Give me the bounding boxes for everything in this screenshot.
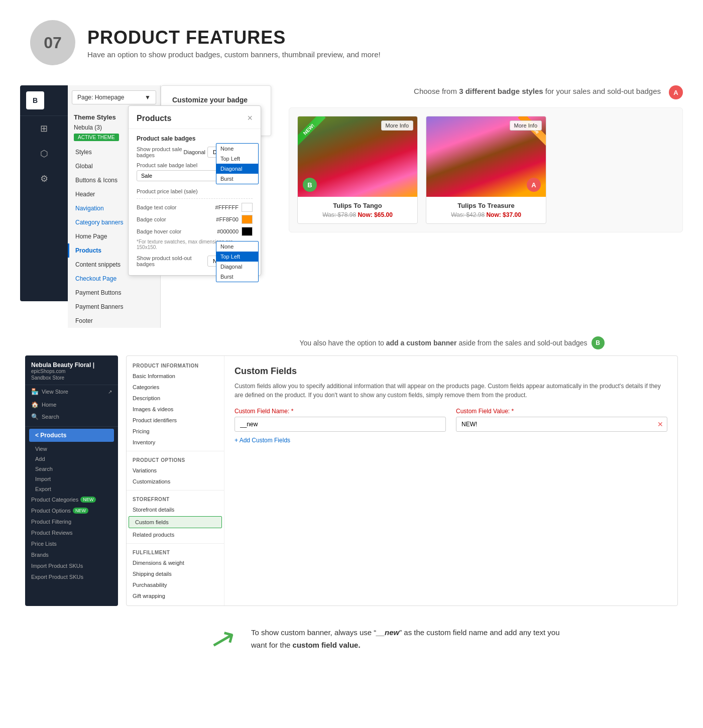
sub-item-export[interactable]: Export [25,484,118,494]
sold-out-label: Show product sold-out badges [137,255,207,267]
clear-icon[interactable]: ✕ [657,420,663,428]
sub-item-search[interactable]: Search [25,464,118,474]
add-custom-fields-link[interactable]: + Add Custom Fields [235,437,667,444]
info-purchasability[interactable]: Purchasability [127,579,224,590]
info-related-products[interactable]: Related products [127,529,224,540]
info-images-videos[interactable]: Images & videos [127,404,224,415]
sidebar-icon-grid[interactable]: ⊞ [20,116,68,141]
flower-name-1: Tulips To Tango [303,202,412,209]
view-store-button[interactable]: 🏪 View Store ↗ [25,385,118,398]
badge-color-swatch[interactable] [242,215,253,224]
badge-text-color-swatch[interactable] [242,203,253,212]
nav-import-skus[interactable]: Import Product SKUs [25,560,118,571]
search-area: 🔍 Search [25,411,118,427]
custom-field-value-input[interactable] [456,417,667,432]
admin-sidebar: B ⊞ ⬡ ⚙ [20,85,68,301]
info-variations[interactable]: Variations [127,465,224,476]
nav-item-footer[interactable]: Footer [68,314,160,328]
badge-hover-color-swatch[interactable] [242,227,253,236]
epic-admin-sidebar: Nebula Beauty Floral | epicShops.com San… [25,355,118,606]
page-selector-chevron: ▼ [145,94,151,101]
was-price-2: Was: $42.98 [451,211,485,218]
badge-color-row: Badge color #FF8F00 [137,215,253,224]
explanation-section: ↗ To show custom banner, always use “__n… [20,611,683,666]
section-title-storefront: STOREFRONT [127,494,224,504]
custom-field-name-field: Custom Field Name: * [235,408,446,432]
dropdown-burst-top[interactable]: Burst [216,174,258,184]
info-pricing[interactable]: Pricing [127,426,224,437]
sidebar-icon-layers[interactable]: ⬡ [20,141,68,166]
badge-style-dropdown-top: None Top Left Diagonal Burst [216,143,259,184]
home-button[interactable]: 🏠 Home [25,398,118,411]
badge-text-color-value: #FFFFFF [215,204,239,210]
product-info-panel: PRODUCT INFORMATION Basic Information Ca… [126,355,678,606]
dropdown-none-top[interactable]: None [216,144,258,154]
info-inventory[interactable]: Inventory [127,437,224,448]
dropdown-topleft-top[interactable]: Top Left [216,154,258,164]
now-price-2: Now: $37.00 [486,211,521,218]
nav-price-lists[interactable]: Price Lists [25,538,118,549]
products-nav-item[interactable]: < Products [29,429,114,442]
search-button[interactable]: 🔍 Search [31,413,112,420]
nav-item-payment-banners[interactable]: Payment Banners [68,300,160,314]
dropdown-diagonal-top[interactable]: Diagonal [216,164,258,174]
sub-item-view[interactable]: View [25,444,118,454]
product-info-sidebar: PRODUCT INFORMATION Basic Information Ca… [127,356,224,605]
sidebar-logo: B [20,85,68,116]
divider-1 [127,451,224,451]
sub-item-import[interactable]: Import [25,474,118,484]
epic-sandbox: Sandbox Store [31,375,112,381]
dropdown-none-bottom[interactable]: None [216,241,258,252]
custom-field-name-input[interactable] [235,417,446,432]
circle-b-badge-1: B [303,178,317,192]
main-content: B ⊞ ⬡ ⚙ Page: Homepage ▼ Theme Styles Ne… [0,80,703,671]
info-customizations[interactable]: Customizations [127,476,224,487]
sub-item-add[interactable]: Add [25,454,118,464]
section-title-product-options: PRODUCT OPTIONS [127,454,224,465]
price-label-label: Product price label (sale) [137,188,253,194]
nav-brands[interactable]: Brands [25,549,118,560]
custom-field-value-label: Custom Field Value: * [456,408,667,415]
info-dimensions-weight[interactable]: Dimensions & weight [127,557,224,568]
badge-text-color-label: Badge text color [137,204,177,210]
section-title-fulfillment: FULFILLMENT [127,547,224,557]
badge-color-value: #FF8F00 [216,216,239,222]
flower-image-1: NEW! More Info B [298,116,417,197]
nav-product-filtering[interactable]: Product Filtering [25,516,118,527]
dropdown-topleft-bottom[interactable]: Top Left [216,252,258,262]
show-badges-label: Show product sale badges [137,146,184,158]
was-price-1: Was: $78.98 [322,211,356,218]
now-price-1: Now: $65.00 [358,211,392,218]
dropdown-burst-bottom[interactable]: Burst [216,272,258,282]
flower-info-2: Tulips To Treasure Was: $42.98 Now: $37.… [426,197,546,223]
page-selector[interactable]: Page: Homepage ▼ [72,90,156,104]
page-subtitle: Have an option to show product badges, c… [87,50,381,59]
info-gift-wrapping[interactable]: Gift wrapping [127,590,224,601]
flower-card-2: Sale More Info A Tulips To Treasure Was:… [426,116,546,224]
active-theme-badge: ACTIVE THEME [74,134,119,141]
nav-export-skus[interactable]: Export Product SKUs [25,571,118,582]
more-info-button-2[interactable]: More Info [510,120,542,131]
info-basic-info[interactable]: Basic Information [127,371,224,382]
divider-2 [127,490,224,491]
badge-info-text: Choose from 3 different badge styles for… [414,85,661,97]
nav-product-categories[interactable]: Product Categories NEW [25,494,118,505]
info-description[interactable]: Description [127,393,224,404]
info-categories[interactable]: Categories [127,382,224,393]
more-info-button-1[interactable]: More Info [381,120,413,131]
header: 07 PRODUCT FEATURES Have an option to sh… [0,0,703,80]
dropdown-diagonal-bottom[interactable]: Diagonal [216,262,258,272]
nav-product-reviews[interactable]: Product Reviews [25,527,118,538]
badge-hover-color-row: Badge hover color #000000 [137,227,253,236]
nav-product-options[interactable]: Product Options NEW [25,505,118,516]
sidebar-icon-settings[interactable]: ⚙ [20,166,68,191]
info-storefront-details[interactable]: Storefront details [127,504,224,515]
info-shipping-details[interactable]: Shipping details [127,568,224,579]
nav-item-payment-buttons[interactable]: Payment Buttons [68,286,160,300]
modal-close-button[interactable]: × [247,113,253,124]
search-icon: 🔍 [31,413,39,420]
info-custom-fields[interactable]: Custom fields [129,516,222,528]
info-product-identifiers[interactable]: Product identifiers [127,415,224,426]
explanation-text: To show custom banner, always use “__new… [251,626,577,652]
divider-3 [127,543,224,544]
